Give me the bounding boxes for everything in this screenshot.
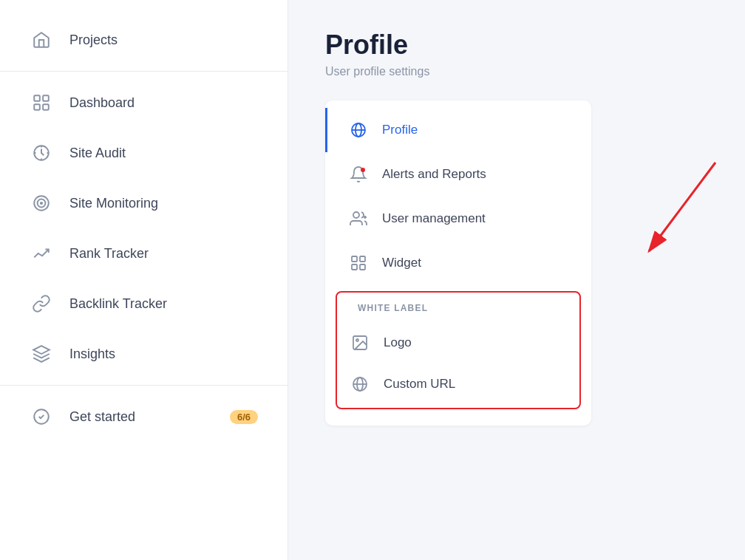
sidebar-item-backlink-tracker[interactable]: Backlink Tracker [0,279,288,329]
get-started-badge: 6/6 [230,410,258,424]
sidebar-divider-bottom [0,385,288,386]
widget-icon [348,253,369,273]
settings-item-user-management[interactable]: User management [325,197,591,241]
settings-item-profile-label: Profile [382,123,418,137]
sidebar-item-rank-tracker[interactable]: Rank Tracker [0,228,288,279]
sidebar-item-site-audit-label: Site Audit [69,146,126,161]
sidebar-item-site-monitoring[interactable]: Site Monitoring [0,178,288,228]
settings-item-alerts[interactable]: Alerts and Reports [325,152,591,197]
svg-rect-2 [34,104,40,110]
settings-item-custom-url-label: Custom URL [384,377,455,392]
site-audit-icon [30,141,53,165]
sidebar-item-backlink-tracker-label: Backlink Tracker [69,296,167,312]
svg-rect-17 [360,256,365,262]
bell-icon [348,164,369,185]
white-label-title: WHITE LABEL [337,300,579,322]
svg-rect-18 [352,264,357,270]
insights-icon [30,342,53,366]
sidebar-item-rank-tracker-label: Rank Tracker [69,246,149,262]
svg-point-21 [356,339,358,341]
globe-small-icon [350,374,370,395]
sidebar: Projects Dashboard Site Audit [0,0,288,560]
sidebar-item-dashboard[interactable]: Dashboard [0,78,288,128]
sidebar-item-get-started[interactable]: Get started 6/6 [0,392,288,442]
get-started-icon [30,405,53,428]
svg-line-26 [649,163,715,251]
svg-point-13 [353,212,359,218]
settings-item-logo[interactable]: Logo [337,322,579,363]
svg-rect-1 [43,95,49,101]
settings-item-user-management-label: User management [382,211,486,226]
sidebar-item-insights[interactable]: Insights [0,329,288,379]
settings-panel: Profile Alerts and Reports [325,100,591,426]
sidebar-item-site-audit[interactable]: Site Audit [0,128,288,178]
sidebar-item-insights-label: Insights [69,346,115,362]
settings-item-widget[interactable]: Widget [325,241,591,285]
svg-rect-19 [360,264,365,270]
sidebar-item-dashboard-label: Dashboard [69,95,135,111]
sidebar-item-site-monitoring-label: Site Monitoring [69,196,158,211]
sidebar-divider-top [0,71,288,72]
image-icon [350,332,370,353]
sidebar-item-get-started-label: Get started [69,409,135,425]
svg-rect-16 [352,256,357,262]
dashboard-icon [30,91,53,115]
settings-item-logo-label: Logo [384,335,412,350]
page-subtitle: User profile settings [325,65,708,78]
settings-item-profile[interactable]: Profile [325,108,591,152]
home-icon [30,28,53,52]
globe-icon [348,120,369,140]
sidebar-item-projects[interactable]: Projects [0,15,288,65]
main-content: Profile User profile settings Profile [288,0,745,560]
site-monitoring-icon [30,191,53,215]
backlink-tracker-icon [30,292,53,315]
rank-tracker-icon [30,242,53,265]
svg-rect-0 [34,95,40,101]
settings-item-alerts-label: Alerts and Reports [382,167,486,182]
svg-point-12 [361,168,365,172]
page-title: Profile [325,30,708,61]
svg-point-7 [41,202,42,204]
settings-item-custom-url[interactable]: Custom URL [337,363,579,405]
users-icon [348,208,369,229]
sidebar-item-projects-label: Projects [69,33,118,48]
svg-rect-3 [43,104,49,110]
white-label-section: WHITE LABEL Logo [336,291,581,409]
settings-item-widget-label: Widget [382,256,421,270]
